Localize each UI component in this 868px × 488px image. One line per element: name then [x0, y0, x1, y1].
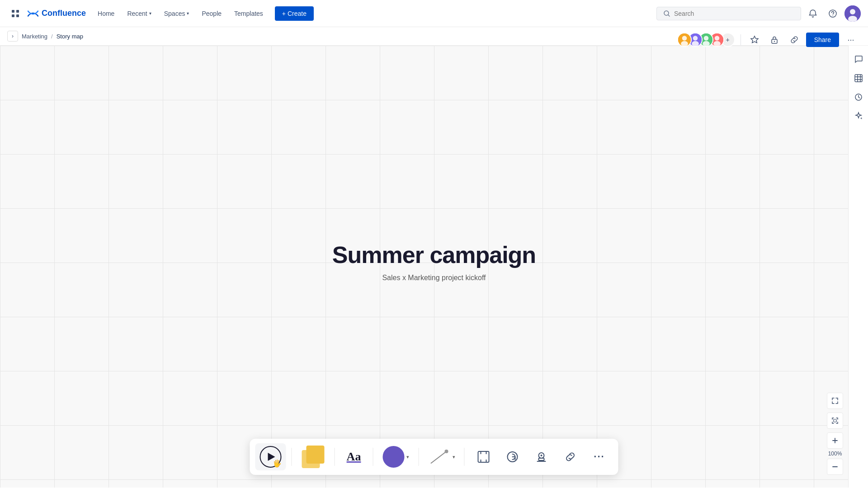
svg-point-17: [703, 36, 708, 41]
right-sidebar: [848, 46, 868, 488]
svg-point-14: [693, 36, 698, 41]
line-dropdown-arrow[interactable]: ▾: [453, 454, 455, 460]
stamp-tool[interactable]: [528, 443, 555, 470]
link-copy-button[interactable]: [786, 32, 802, 48]
notifications-button[interactable]: [805, 5, 821, 22]
link-tool[interactable]: [557, 443, 584, 470]
table-tool[interactable]: [850, 70, 867, 86]
fit-to-screen-button[interactable]: [827, 393, 843, 409]
svg-rect-43: [539, 458, 544, 460]
magic-tool[interactable]: [850, 108, 867, 124]
svg-rect-3: [16, 14, 19, 17]
nav-right-area: [656, 5, 861, 22]
comment-tool[interactable]: [850, 51, 867, 67]
more-tools-icon: ···: [594, 451, 604, 463]
svg-point-8: [850, 9, 855, 14]
collaborators-list: +: [677, 33, 735, 47]
spaces-chevron-icon: ▾: [187, 11, 189, 16]
page-header-right: + Share ···: [677, 32, 859, 48]
fit-content-button[interactable]: [827, 413, 843, 429]
zoom-out-button[interactable]: [827, 459, 843, 475]
svg-point-11: [682, 36, 687, 41]
svg-point-18: [703, 41, 710, 47]
svg-point-23: [774, 41, 774, 42]
nav-recent[interactable]: Recent ▾: [123, 7, 156, 20]
create-button[interactable]: + Create: [275, 6, 314, 21]
svg-point-21: [713, 41, 721, 47]
zoom-controls: 100%: [827, 393, 843, 475]
search-box[interactable]: [656, 7, 801, 20]
zoom-in-button[interactable]: [827, 432, 843, 449]
svg-point-15: [692, 41, 699, 47]
canvas-subtitle: Sales x Marketing project kickoff: [332, 274, 536, 282]
svg-rect-2: [12, 14, 14, 17]
canvas-area[interactable]: Summer campaign Sales x Marketing projec…: [0, 46, 868, 488]
share-button[interactable]: Share: [806, 33, 839, 47]
zoom-level-label: 100%: [828, 450, 842, 457]
svg-rect-36: [478, 451, 489, 462]
breadcrumb-parent[interactable]: Marketing: [22, 33, 47, 40]
sticker-tool-icon: [506, 450, 519, 463]
toolbar-divider-3: [373, 448, 373, 466]
svg-point-45: [541, 455, 542, 456]
more-tools-button[interactable]: ···: [586, 443, 613, 470]
svg-point-20: [714, 36, 719, 41]
stamp-tool-icon: [535, 450, 548, 463]
svg-rect-1: [16, 10, 19, 13]
canvas-center-content: Summer campaign Sales x Marketing projec…: [332, 241, 536, 282]
nav-home[interactable]: Home: [93, 7, 119, 20]
text-tool-icon: Aa: [347, 450, 361, 464]
svg-rect-24: [855, 75, 862, 82]
line-tool-icon: [429, 446, 450, 468]
svg-line-34: [431, 451, 447, 463]
toolbar-divider-1: [292, 448, 292, 466]
shape-dropdown-arrow[interactable]: ▾: [406, 454, 409, 460]
hand-cursor-icon: 🖐: [273, 459, 282, 468]
sticker-tool[interactable]: [499, 443, 526, 470]
breadcrumb-current: Story map: [57, 33, 83, 40]
sticky-front-note: [307, 446, 325, 464]
nav-templates[interactable]: Templates: [230, 7, 268, 20]
svg-rect-30: [834, 419, 836, 422]
nav-people[interactable]: People: [197, 7, 226, 20]
recent-chevron-icon: ▾: [149, 11, 151, 16]
text-tool[interactable]: Aa: [340, 443, 368, 470]
nav-spaces[interactable]: Spaces ▾: [160, 7, 194, 20]
search-input[interactable]: [674, 10, 794, 17]
line-tool[interactable]: ▾: [425, 443, 459, 470]
sticky-note-tool[interactable]: [297, 443, 329, 470]
svg-point-6: [832, 15, 833, 15]
confluence-logo[interactable]: Confluence: [27, 8, 86, 19]
lock-button[interactable]: [766, 32, 783, 48]
frame-tool-icon: [477, 450, 490, 463]
frame-tool[interactable]: [470, 443, 497, 470]
svg-point-5: [829, 10, 836, 17]
history-tool[interactable]: [850, 89, 867, 105]
svg-point-12: [681, 41, 688, 47]
apps-button[interactable]: [7, 5, 24, 22]
search-icon: [663, 10, 670, 17]
header-divider-1: [741, 34, 741, 45]
play-tool-button[interactable]: 🖐: [255, 443, 286, 470]
sticky-note-icon: [302, 446, 325, 468]
bottom-toolbar: 🖐 Aa ▾: [250, 439, 618, 475]
user-avatar[interactable]: [844, 5, 861, 22]
top-navigation: Confluence Home Recent ▾ Spaces ▾ People…: [0, 0, 868, 27]
help-button[interactable]: [825, 5, 841, 22]
confluence-wordmark: Confluence: [42, 9, 86, 18]
toolbar-divider-4: [419, 448, 419, 466]
canvas-title: Summer campaign: [332, 241, 536, 268]
collaborator-avatar-1[interactable]: [677, 33, 692, 47]
shape-tool[interactable]: ▾: [379, 443, 413, 470]
shape-circle-icon: [383, 446, 405, 468]
toolbar-divider-5: [464, 448, 465, 466]
link-tool-icon: [564, 450, 577, 463]
toolbar-divider-2: [335, 448, 335, 466]
sidebar-toggle[interactable]: ›: [7, 31, 18, 42]
breadcrumb-separator: /: [51, 33, 53, 40]
svg-rect-0: [12, 10, 14, 13]
svg-point-35: [445, 450, 448, 453]
star-button[interactable]: [746, 32, 763, 48]
